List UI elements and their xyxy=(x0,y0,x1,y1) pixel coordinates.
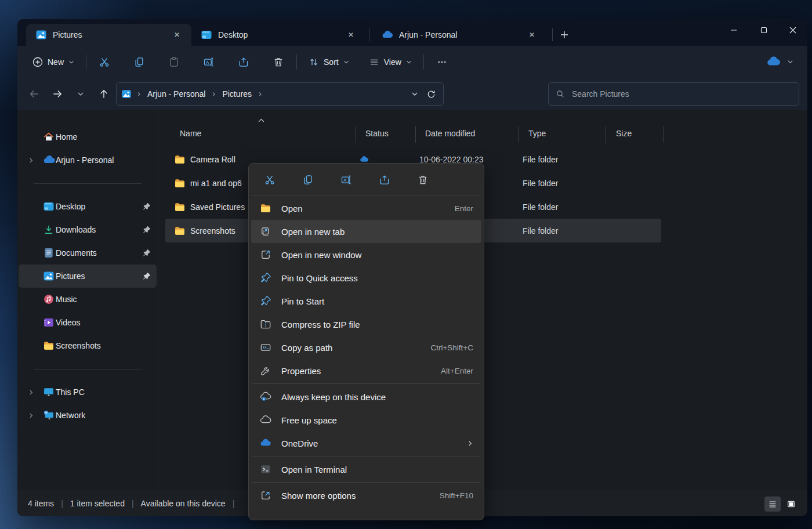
chevron-down-icon[interactable] xyxy=(787,59,793,65)
pin-icon xyxy=(142,202,151,211)
column-divider[interactable] xyxy=(415,126,416,143)
see-more-button[interactable] xyxy=(430,51,454,73)
menu-item-label: Open in new tab xyxy=(281,227,345,237)
pictures-icon xyxy=(43,270,55,282)
cloud-download-icon xyxy=(259,391,272,403)
details-view-button[interactable] xyxy=(764,497,781,512)
sidebar-item-home[interactable]: Home xyxy=(19,125,157,148)
address-dropdown-chevron-icon[interactable] xyxy=(411,90,418,97)
copy-button[interactable] xyxy=(127,51,151,73)
maximize-button[interactable] xyxy=(751,20,777,40)
sidebar-item-screenshots[interactable]: Screenshots xyxy=(19,334,157,357)
column-header-size[interactable]: Size xyxy=(616,129,632,138)
rename-icon[interactable]: A xyxy=(336,169,357,190)
column-divider[interactable] xyxy=(663,126,664,143)
rename-button[interactable]: A xyxy=(197,51,221,73)
folder-icon xyxy=(174,225,186,237)
tab-label: Desktop xyxy=(218,30,248,39)
minimize-button[interactable] xyxy=(720,20,747,40)
delete-icon[interactable] xyxy=(412,169,433,190)
column-divider[interactable] xyxy=(518,126,519,143)
menu-item-pin-to-start[interactable]: Pin to Start xyxy=(251,289,481,313)
status-divider: | xyxy=(233,499,235,508)
search-box[interactable] xyxy=(548,82,799,106)
menu-item-free-up-space[interactable]: Free up space xyxy=(251,408,481,432)
delete-button[interactable] xyxy=(266,51,291,73)
share-icon[interactable] xyxy=(374,169,395,190)
menu-item-open-in-terminal[interactable]: Open in Terminal xyxy=(251,458,481,481)
breadcrumb-onedrive[interactable]: Arjun - Personal xyxy=(144,87,209,101)
up-button[interactable] xyxy=(94,84,114,104)
menu-item-open-in-new-tab[interactable]: Open in new tab xyxy=(251,220,481,243)
sidebar-item-desktop[interactable]: Desktop xyxy=(19,195,157,218)
search-input[interactable] xyxy=(572,89,792,99)
tab-pictures[interactable]: Pictures ✕ xyxy=(26,24,191,46)
menu-item-always-keep-on-device[interactable]: Always keep on this device xyxy=(251,385,481,408)
sidebar-item-network[interactable]: Network xyxy=(19,404,157,427)
sidebar-item-downloads[interactable]: Downloads xyxy=(19,218,157,241)
address-bar[interactable]: Arjun - Personal Pictures xyxy=(116,82,444,106)
copy-icon[interactable] xyxy=(298,169,318,190)
onedrive-sync-icon[interactable] xyxy=(766,55,781,70)
column-header-date[interactable]: Date modified xyxy=(425,129,475,138)
refresh-icon[interactable] xyxy=(426,89,436,99)
menu-item-onedrive[interactable]: OneDrive xyxy=(251,432,481,455)
cut-icon[interactable] xyxy=(259,169,280,190)
sidebar-item-music[interactable]: Music xyxy=(19,288,157,311)
column-header-status[interactable]: Status xyxy=(365,129,389,138)
sidebar-item-label: Screenshots xyxy=(56,341,101,350)
menu-item-show-more-options[interactable]: Show more options Shift+F10 xyxy=(251,484,481,507)
menu-item-copy-as-path[interactable]: Copy as path Ctrl+Shift+C xyxy=(251,336,481,359)
folder-icon xyxy=(43,340,55,352)
sort-button-label: Sort xyxy=(324,57,339,67)
menu-item-pin-to-quick-access[interactable]: Pin to Quick access xyxy=(251,266,481,289)
sidebar-item-label: Network xyxy=(56,411,85,420)
tab-close-icon[interactable]: ✕ xyxy=(524,27,539,42)
sidebar-item-documents[interactable]: Documents xyxy=(19,241,157,264)
chevron-right-icon[interactable] xyxy=(209,92,219,97)
chevron-right-icon[interactable] xyxy=(255,92,265,97)
tab-close-icon[interactable]: ✕ xyxy=(169,27,184,42)
new-tab-button[interactable] xyxy=(556,27,573,42)
view-button[interactable]: View xyxy=(363,51,418,73)
home-icon xyxy=(43,131,55,143)
column-header-type[interactable]: Type xyxy=(528,129,546,138)
sidebar-item-this-pc[interactable]: This PC xyxy=(19,381,157,404)
svg-text:A: A xyxy=(206,59,209,64)
column-divider[interactable] xyxy=(356,126,356,143)
view-button-label: View xyxy=(384,57,401,67)
close-window-button[interactable] xyxy=(780,20,806,40)
tab-onedrive[interactable]: Arjun - Personal ✕ xyxy=(372,24,546,46)
file-type: File folder xyxy=(523,226,558,235)
sort-button[interactable]: Sort xyxy=(303,51,355,73)
paste-button[interactable] xyxy=(162,51,186,73)
file-type: File folder xyxy=(523,155,558,164)
chevron-right-icon[interactable] xyxy=(28,157,34,164)
column-divider[interactable] xyxy=(606,126,606,143)
sidebar-item-pictures[interactable]: Pictures xyxy=(19,264,157,288)
recent-locations-chevron-icon[interactable] xyxy=(71,84,90,104)
chevron-right-icon[interactable] xyxy=(28,389,34,396)
menu-item-properties[interactable]: Properties Alt+Enter xyxy=(251,359,481,382)
column-header-name[interactable]: Name xyxy=(180,129,201,138)
sidebar-item-videos[interactable]: Videos xyxy=(19,311,157,334)
tab-label: Arjun - Personal xyxy=(399,30,457,39)
sidebar-item-onedrive[interactable]: Arjun - Personal xyxy=(19,148,157,172)
documents-icon xyxy=(43,247,55,259)
new-button[interactable]: New xyxy=(27,51,80,73)
menu-item-compress-to-zip[interactable]: Compress to ZIP file xyxy=(251,313,481,336)
tab-close-icon[interactable]: ✕ xyxy=(343,27,358,42)
forward-button[interactable] xyxy=(48,84,67,104)
breadcrumb-pictures[interactable]: Pictures xyxy=(219,87,255,101)
cut-button[interactable] xyxy=(92,51,117,73)
menu-item-open[interactable]: Open Enter xyxy=(251,197,481,220)
network-icon xyxy=(43,410,55,421)
back-button[interactable] xyxy=(24,84,44,104)
menu-item-open-in-new-window[interactable]: Open in new window xyxy=(251,243,481,266)
share-button[interactable] xyxy=(231,51,256,73)
sidebar-item-label: Arjun - Personal xyxy=(56,155,114,165)
thumbnail-view-button[interactable] xyxy=(783,497,799,512)
chevron-right-icon[interactable] xyxy=(28,412,34,419)
tab-desktop[interactable]: Desktop ✕ xyxy=(191,24,365,46)
menu-item-label: Compress to ZIP file xyxy=(281,320,360,329)
